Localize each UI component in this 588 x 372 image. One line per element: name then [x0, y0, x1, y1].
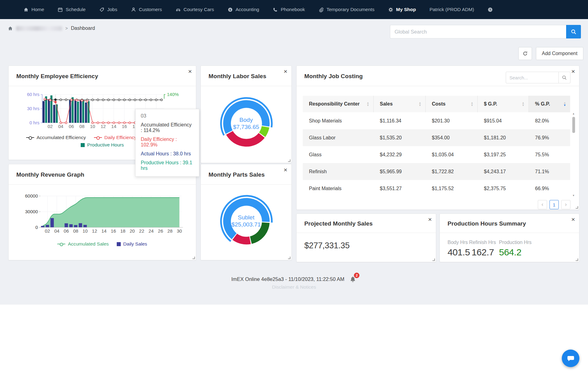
table-search-button[interactable] — [559, 72, 570, 83]
nav-item-temporary-documents[interactable]: Temporary Documents — [318, 7, 375, 12]
svg-text:04: 04 — [54, 228, 59, 234]
close-icon[interactable]: × — [428, 216, 432, 223]
nav-item-courtesy-cars[interactable]: Courtesy Cars — [176, 7, 214, 12]
page-number-button[interactable]: 1 — [549, 200, 559, 209]
notifications-button[interactable]: 2 — [349, 275, 357, 283]
table-row[interactable]: Glass Labor$1,535.20$354.00$1,181.2076.9… — [303, 129, 570, 146]
nav-item-customers[interactable]: Customers — [131, 7, 162, 12]
donut-slice-name: Body — [201, 116, 291, 123]
column-header-responsibility-center[interactable]: Responsibility Center▲▼ — [303, 96, 374, 112]
close-icon[interactable]: × — [284, 166, 287, 174]
resize-handle[interactable] — [288, 159, 290, 162]
legend-item-productive-hours[interactable]: Productive Hours — [81, 142, 124, 148]
table-search-input[interactable] — [506, 72, 559, 83]
line-marker-icon — [57, 244, 65, 244]
resize-handle[interactable] — [576, 258, 578, 261]
nav-item-schedule[interactable]: Schedule — [58, 7, 86, 12]
nav-label: Jobs — [107, 7, 117, 12]
nav-item-jobs[interactable]: Jobs — [99, 7, 117, 12]
svg-text:08: 08 — [79, 124, 85, 129]
line-marker-icon — [26, 137, 34, 138]
svg-text:14: 14 — [111, 124, 116, 129]
column-header-percent-gp[interactable]: % G.P.▲▼ — [529, 96, 570, 112]
legend-item-daily-efficiency[interactable]: Daily Efficiency — [94, 135, 137, 140]
svg-text:08: 08 — [73, 228, 78, 234]
scroll-up-icon[interactable]: ▲ — [572, 112, 575, 115]
table-row[interactable]: Refinish$5,965.99$1,722.82$4,243.1771.1% — [303, 163, 570, 180]
global-search-input[interactable] — [390, 25, 566, 38]
svg-text:10: 10 — [90, 124, 95, 129]
table-cell: $1,722.82 — [426, 169, 478, 174]
table-cell: $354.00 — [426, 135, 478, 141]
table-scrollbar[interactable]: ▲ ▼ — [571, 112, 576, 197]
nav-item-home[interactable]: Home — [23, 7, 44, 12]
table-row[interactable]: Paint Materials$3,551.27$1,175.52$2,375.… — [303, 180, 570, 197]
refinish-hrs-label: Refinish Hrs — [469, 240, 496, 245]
breadcrumb-separator: > — [65, 26, 68, 31]
scrollbar-thumb[interactable] — [572, 117, 575, 133]
donut-slice-name: Sublet — [201, 214, 291, 221]
chat-widget-button[interactable] — [562, 350, 579, 367]
table-cell: Shop Materials — [303, 118, 374, 124]
table-cell: $1,181.20 — [478, 135, 529, 141]
svg-text:16: 16 — [111, 228, 116, 234]
legend-item-accumulated-efficiency[interactable]: Accumulated Efficiency — [26, 135, 86, 140]
close-icon[interactable]: × — [284, 68, 287, 75]
table-row[interactable]: Glass$4,232.29$1,035.04$3,197.2575.5% — [303, 146, 570, 163]
close-icon[interactable]: × — [188, 68, 192, 75]
disclaimer-link[interactable]: Disclaimer & Notices — [0, 284, 588, 290]
page-previous-button[interactable]: ‹ — [538, 200, 547, 209]
column-header-dollar-gp[interactable]: $ G.P.▲▼ — [478, 96, 529, 112]
card-header: Monthly Job Costing × — [297, 66, 579, 86]
nav-item-accounting[interactable]: $ Accounting — [228, 7, 259, 12]
resize-handle[interactable] — [193, 257, 195, 259]
legend-item-daily-sales[interactable]: Daily Sales — [117, 241, 147, 247]
svg-text:12: 12 — [92, 228, 97, 234]
close-icon[interactable]: × — [571, 216, 575, 223]
top-navbar: Home Schedule Jobs Customers Courtesy Ca… — [0, 0, 588, 19]
donut-center-label: Body $7,736.65 — [201, 116, 291, 130]
nav-item-clock[interactable] — [488, 7, 493, 12]
nav-item-phonebook[interactable]: Phonebook — [273, 7, 305, 12]
revenue-chart[interactable]: 6000030000002040608101214161820222426283… — [12, 190, 193, 239]
scroll-down-icon[interactable]: ▼ — [572, 194, 575, 197]
svg-text:02: 02 — [45, 228, 50, 234]
svg-text:140%: 140% — [167, 92, 179, 97]
svg-text:04: 04 — [58, 124, 63, 129]
card-production-hours-summary: Production Hours Summary × Body Hrs Refi… — [440, 214, 579, 262]
refinish-hrs-value: 162.7 — [472, 247, 494, 258]
tooltip-accumulated: Accumulated Efficiency : 114.2% — [141, 122, 194, 133]
legend-item-accumulated-sales[interactable]: Accumulated Sales — [57, 241, 109, 247]
home-icon[interactable] — [8, 26, 13, 31]
refresh-button[interactable] — [518, 47, 532, 60]
card-monthly-job-costing: Monthly Job Costing × Responsibility Cen… — [296, 66, 579, 210]
breadcrumb-shop-redacted[interactable] — [16, 26, 62, 31]
table-cell: $1,116.34 — [374, 118, 426, 124]
add-component-button[interactable]: Add Component — [536, 47, 583, 60]
resize-handle[interactable] — [432, 258, 435, 261]
column-header-sales[interactable]: Sales▲▼ — [374, 96, 426, 112]
nav-user-label: Patrick (PROD ADM) — [429, 7, 474, 12]
resize-handle[interactable] — [576, 206, 578, 209]
card-title: Monthly Labor Sales — [209, 73, 266, 80]
card-header: Monthly Parts Sales × — [201, 164, 291, 185]
close-icon[interactable]: × — [571, 68, 575, 75]
svg-text:22: 22 — [139, 228, 144, 234]
page-next-button[interactable]: › — [561, 200, 570, 209]
nav-label: Customers — [139, 7, 162, 12]
table-row[interactable]: Shop Materials$1,116.34$201.30$915.0482.… — [303, 112, 570, 129]
resize-handle[interactable] — [288, 257, 290, 259]
square-marker-icon — [117, 242, 121, 246]
column-header-costs[interactable]: Costs▲▼ — [426, 96, 478, 112]
nav-item-user[interactable]: Patrick (PROD ADM) — [429, 7, 474, 12]
nav-item-my-shop[interactable]: My Shop — [388, 7, 416, 12]
card-monthly-employee-efficiency: Monthly Employee Efficiency × 60 hrs30 h… — [8, 66, 196, 160]
donut-center-label: Sublet $25,003.71 — [201, 214, 291, 228]
nav-label: Phonebook — [281, 7, 305, 12]
breadcrumb-current-page[interactable]: Dashboard — [71, 26, 95, 31]
sort-icon: ▲▼ — [563, 102, 566, 106]
table-cell: 71.1% — [529, 169, 570, 174]
calendar-icon — [58, 7, 63, 12]
global-search-button[interactable] — [566, 25, 581, 38]
table-body: Shop Materials$1,116.34$201.30$915.0482.… — [303, 112, 570, 197]
